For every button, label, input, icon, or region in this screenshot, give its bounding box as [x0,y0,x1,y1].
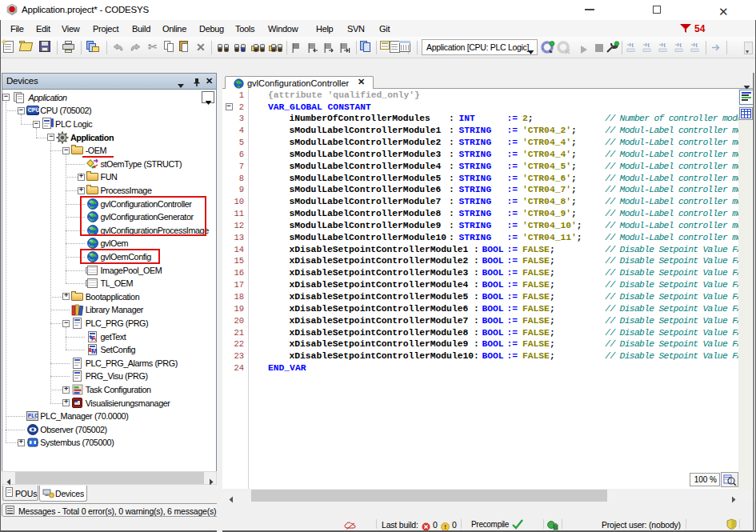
svg-text:!: ! [444,523,446,530]
